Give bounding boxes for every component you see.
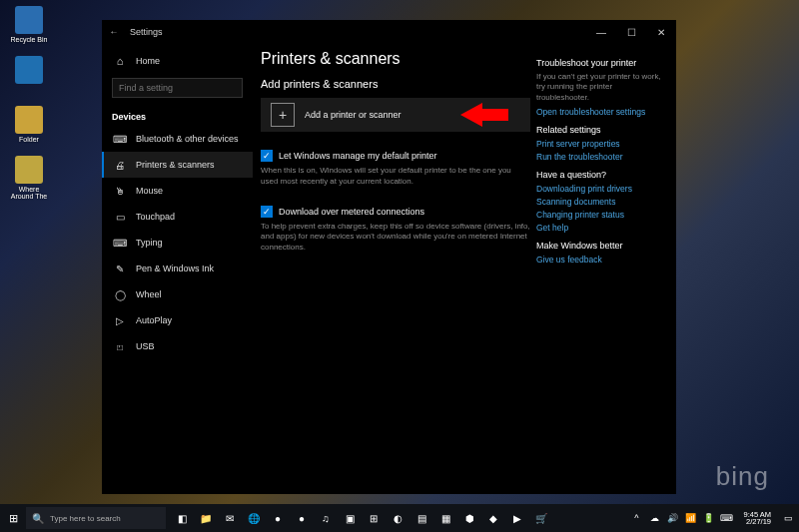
close-button[interactable]: ✕ (646, 27, 676, 38)
typing-icon: ⌨ (112, 238, 128, 249)
desktop-icon-label: Where Around The (11, 186, 47, 200)
app-icon[interactable]: ▶ (507, 508, 527, 528)
app-icon[interactable]: ◆ (483, 508, 503, 528)
sidebar-item-pen[interactable]: ✎Pen & Windows Ink (102, 256, 253, 281)
desktop-icon-recycle-bin[interactable]: Recycle Bin (8, 6, 50, 43)
sidebar-item-bluetooth[interactable]: ⌨Bluetooth & other devices (102, 126, 253, 152)
rc-heading: Have a question? (536, 170, 666, 180)
sidebar-item-usb[interactable]: ⏍USB (102, 333, 253, 359)
link-open-troubleshooter[interactable]: Open troubleshooter settings (536, 107, 666, 117)
bing-watermark: bing (716, 461, 769, 492)
sidebar-home[interactable]: ⌂ Home (102, 48, 253, 74)
desktop-icon-label: Folder (19, 136, 39, 143)
checkbox-row[interactable]: ✓ Download over metered connections (261, 206, 530, 218)
checkbox-row[interactable]: ✓ Let Windows manage my default printer (261, 150, 530, 162)
xbox-icon[interactable]: ⊞ (364, 508, 384, 528)
recycle-bin-icon (15, 6, 43, 34)
settings-window: ← Settings — ☐ ✕ ⌂ Home Devices ⌨Bluetoo… (102, 20, 676, 494)
folder-icon (15, 156, 43, 184)
touchpad-icon: ▭ (112, 212, 128, 223)
sidebar: ⌂ Home Devices ⌨Bluetooth & other device… (102, 44, 253, 494)
taskview-icon[interactable]: ◧ (172, 508, 192, 528)
desktop-icon-folder[interactable]: Folder (8, 106, 50, 143)
plus-icon: + (271, 103, 295, 127)
bluetooth-icon: ⌨ (112, 134, 128, 145)
onedrive-icon[interactable]: ☁ (647, 513, 661, 523)
rc-heading: Make Windows better (536, 241, 666, 251)
content: Printers & scanners Add printers & scann… (261, 50, 536, 494)
taskbar-clock[interactable]: 9:45 AM 2/27/19 (737, 511, 777, 526)
sidebar-item-mouse[interactable]: 🖱Mouse (102, 178, 253, 204)
sidebar-item-touchpad[interactable]: ▭Touchpad (102, 204, 253, 230)
link-help[interactable]: Scanning documents (536, 197, 666, 207)
desktop-icon-app[interactable] (8, 56, 50, 86)
mouse-icon: 🖱 (112, 186, 128, 197)
rc-heading: Related settings (536, 125, 666, 135)
desktop-icon-label: Recycle Bin (11, 36, 48, 43)
option-description: To help prevent extra charges, keep this… (261, 222, 530, 254)
clock-date: 2/27/19 (743, 518, 771, 526)
rc-desc: If you can't get your printer to work, t… (536, 72, 666, 103)
sidebar-item-autoplay[interactable]: ▷AutoPlay (102, 307, 253, 333)
taskbar: ⊞ 🔍 Type here to search ◧ 📁 ✉ 🌐 ● ● ♫ ▣ … (0, 504, 799, 532)
volume-icon[interactable]: 🔊 (665, 513, 679, 523)
link-feedback[interactable]: Give us feedback (536, 255, 666, 265)
taskbar-search[interactable]: 🔍 Type here to search (26, 507, 166, 529)
page-title: Printers & scanners (261, 50, 530, 68)
titlebar: ← Settings — ☐ ✕ (102, 20, 676, 44)
add-printer-label: Add a printer or scanner (305, 110, 401, 120)
system-tray: ^ ☁ 🔊 📶 🔋 ⌨ 9:45 AM 2/27/19 ▭ (629, 511, 799, 526)
wifi-icon[interactable]: 📶 (683, 513, 697, 523)
cortana-icon[interactable]: ◐ (388, 508, 407, 528)
ime-icon[interactable]: ⌨ (719, 513, 733, 523)
link-help[interactable]: Get help (536, 223, 666, 233)
main-area: Printers & scanners Add printers & scann… (253, 44, 676, 494)
app-icon[interactable]: ● (268, 508, 288, 528)
back-button[interactable]: ← (102, 27, 126, 37)
sidebar-item-label: AutoPlay (136, 315, 172, 325)
sidebar-item-label: USB (136, 341, 155, 351)
sidebar-section-header: Devices (102, 106, 253, 126)
music-icon[interactable]: ♫ (316, 508, 336, 528)
sidebar-item-printers[interactable]: 🖨Printers & scanners (102, 152, 253, 178)
start-button[interactable]: ⊞ (0, 512, 26, 525)
home-icon: ⌂ (112, 55, 128, 67)
minimize-button[interactable]: — (586, 27, 616, 38)
folder-icon (15, 106, 43, 134)
store-icon[interactable]: 🛒 (531, 508, 551, 528)
option-description: When this is on, Windows will set your d… (261, 166, 530, 188)
link-print-server[interactable]: Print server properties (536, 139, 666, 149)
checkbox-label: Let Windows manage my default printer (279, 151, 437, 161)
sidebar-item-label: Wheel (136, 289, 162, 299)
sidebar-search (112, 78, 243, 98)
app-icon[interactable]: ▣ (340, 508, 360, 528)
edge-icon[interactable]: 🌐 (244, 508, 264, 528)
maximize-button[interactable]: ☐ (616, 27, 646, 38)
explorer-icon[interactable]: 📁 (196, 508, 216, 528)
window-title: Settings (126, 27, 586, 37)
desktop-icon-folder-2[interactable]: Where Around The (8, 156, 50, 200)
search-input[interactable] (112, 78, 243, 98)
link-help[interactable]: Downloading print drivers (536, 184, 666, 194)
sidebar-item-label: Bluetooth & other devices (136, 134, 239, 144)
app-icon[interactable]: ▤ (411, 508, 431, 528)
sidebar-item-wheel[interactable]: ◯Wheel (102, 281, 253, 307)
sidebar-item-label: Touchpad (136, 212, 175, 222)
action-center-icon[interactable]: ▭ (781, 513, 795, 523)
usb-icon: ⏍ (112, 341, 128, 352)
battery-icon[interactable]: 🔋 (701, 513, 715, 523)
sidebar-item-typing[interactable]: ⌨Typing (102, 230, 253, 256)
tray-overflow-icon[interactable]: ^ (629, 513, 643, 523)
pen-icon: ✎ (112, 264, 128, 274)
mail-icon[interactable]: ✉ (220, 508, 240, 528)
option-default-printer: ✓ Let Windows manage my default printer … (261, 150, 530, 188)
app-icon[interactable]: ● (292, 508, 312, 528)
link-run-troubleshooter[interactable]: Run the troubleshooter (536, 152, 666, 162)
checkbox-checked-icon: ✓ (261, 206, 273, 218)
section-heading: Add printers & scanners (261, 78, 530, 90)
link-help[interactable]: Changing printer status (536, 210, 666, 220)
app-icon[interactable]: ⬢ (459, 508, 479, 528)
add-printer-button[interactable]: + Add a printer or scanner (261, 98, 530, 132)
calc-icon[interactable]: ▦ (435, 508, 455, 528)
option-metered: ✓ Download over metered connections To h… (261, 206, 530, 254)
